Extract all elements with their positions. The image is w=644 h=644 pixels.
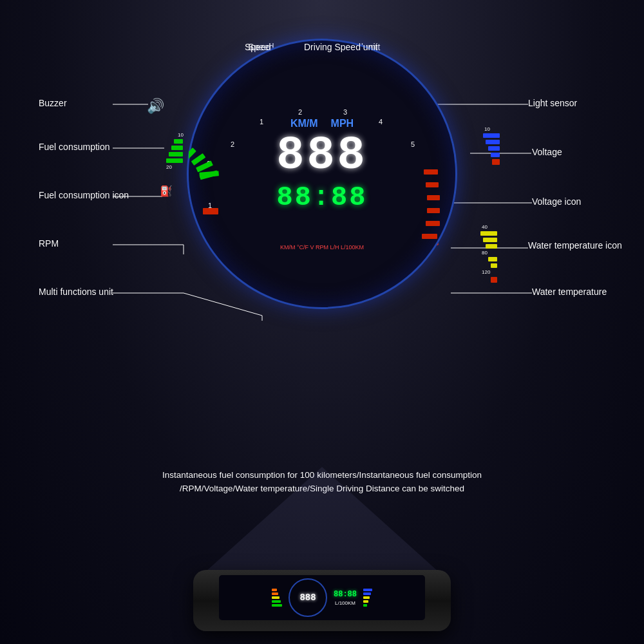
fuel-consumption-label: Fuel consumption [39,142,110,152]
gauge-circle: 0 1 2 1 2 3 4 5 KM/M MPH 888 88:88 KM/M … [187,39,457,309]
svg-rect-29 [422,234,437,239]
svg-rect-26 [427,195,440,200]
device-screen: 888 88:88 L/100KM [219,575,425,620]
svg-rect-24 [424,169,438,175]
rpm-label: RPM [39,238,59,249]
svg-rect-25 [426,182,439,187]
device-body: 888 88:88 L/100KM [193,570,451,631]
device-container: 888 88:88 L/100KM [187,528,457,631]
driving-speed-unit-top-label: Driving Speed unit [304,42,377,52]
fuel-icon: ⛽ [160,185,173,197]
voltage-gauge-bars: 10 [483,126,500,165]
water-temperature-label: Water temperature [532,287,607,297]
speed-top-label: Speed [245,42,270,52]
water-temp-gauge-bars: 40 80 120 [480,224,497,283]
voltage-icon-label: Voltage icon [532,196,581,207]
fuel-consumption-icon-label: Fuel consumption icon [39,190,129,200]
multi-functions-unit-label: Multi functions unit [39,287,113,297]
buzzer-icon: 🔊 [147,98,164,115]
water-temperature-icon-label: Water temperature icon [528,240,622,251]
voltage-label: Voltage [532,147,562,157]
device-mini-hud: 888 88:88 L/100KM [219,575,425,620]
svg-rect-28 [426,221,440,226]
svg-rect-27 [427,208,440,213]
fuel-gauge-bars: 10 20 [166,132,184,170]
light-sensor-label: Light sensor [528,98,577,108]
right-arc-gauge [189,41,459,311]
buzzer-label: Buzzer [39,98,67,108]
main-container: Speed Driving Speed unit Buzzer Fuel con… [0,0,644,644]
hud-display: 0 1 2 1 2 3 4 5 KM/M MPH 888 88:88 KM/M … [187,39,457,309]
